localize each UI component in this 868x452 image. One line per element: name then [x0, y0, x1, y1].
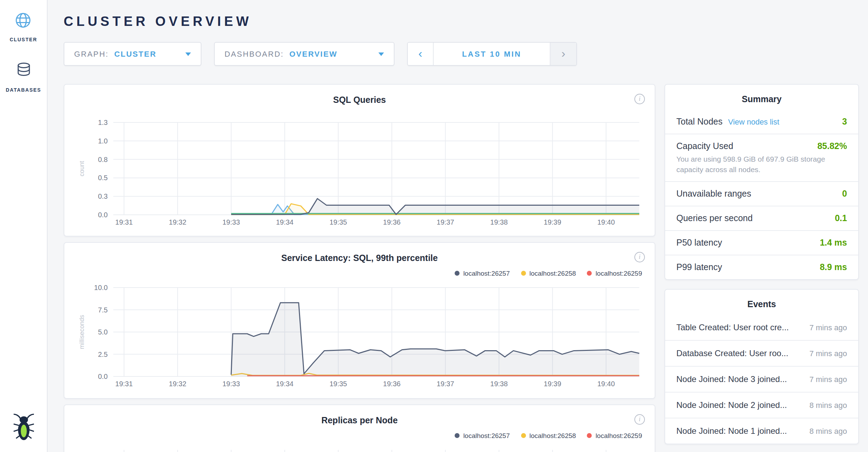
- svg-text:19:34: 19:34: [276, 380, 293, 388]
- svg-text:7.5: 7.5: [98, 306, 108, 314]
- svg-text:19:37: 19:37: [437, 218, 454, 226]
- events-title: Events: [665, 300, 858, 310]
- sidebar-item-cluster-label: CLUSTER: [10, 37, 37, 42]
- events-card: Events Table Created: User root cre... 7…: [664, 289, 859, 445]
- dashboard-dropdown[interactable]: DASHBOARD: OVERVIEW: [214, 42, 394, 66]
- sidebar: CLUSTER DATABASES: [0, 0, 48, 452]
- svg-text:19:32: 19:32: [169, 218, 186, 226]
- svg-text:milliseconds: milliseconds: [78, 315, 85, 349]
- sidebar-item-databases[interactable]: DATABASES: [6, 62, 41, 92]
- svg-text:19:36: 19:36: [383, 218, 400, 226]
- event-time: 7 mins ago: [809, 324, 847, 332]
- svg-text:19:31: 19:31: [115, 380, 133, 388]
- dashboard-dropdown-label: DASHBOARD:: [225, 50, 284, 58]
- time-prev-button[interactable]: ‹: [408, 43, 434, 65]
- svg-text:1.0: 1.0: [98, 137, 108, 145]
- sql-queries-chart-card: SQL Queries i 19:3119:3219:3319:3419:351…: [64, 84, 655, 236]
- svg-text:19:31: 19:31: [115, 218, 133, 226]
- summary-row-queries-per-second: Queries per second 0.1: [665, 206, 858, 231]
- svg-text:19:38: 19:38: [490, 218, 508, 226]
- event-row: Database Created: User roo... 7 mins ago: [665, 340, 858, 366]
- svg-text:1.3: 1.3: [98, 119, 108, 126]
- svg-text:19:35: 19:35: [329, 380, 347, 388]
- summary-value: 1.4 ms: [820, 238, 847, 248]
- chart-legend: localhost:26257localhost:26258localhost:…: [74, 430, 642, 440]
- svg-text:19:38: 19:38: [490, 380, 508, 388]
- svg-text:19:35: 19:35: [329, 218, 347, 226]
- legend-dot-icon: [587, 433, 592, 438]
- info-icon[interactable]: i: [634, 94, 645, 104]
- svg-text:0.0: 0.0: [98, 211, 108, 219]
- event-text: Database Created: User roo...: [676, 349, 788, 359]
- view-nodes-list-link[interactable]: View nodes list: [728, 118, 779, 126]
- summary-value: 85.82%: [817, 141, 847, 151]
- time-window-control: ‹ LAST 10 MIN ›: [407, 42, 577, 66]
- event-time: 8 mins ago: [809, 401, 847, 410]
- legend-item[interactable]: localhost:26258: [521, 268, 576, 278]
- event-row: Node Joined: Node 3 joined... 7 mins ago: [665, 366, 858, 392]
- capacity-subtext: You are using 598.9 GiB of 697.9 GiB sto…: [676, 154, 847, 175]
- main-content: CLUSTER OVERVIEW GRAPH: CLUSTER DASHBOAR…: [48, 0, 868, 452]
- right-column: Summary Total Nodes View nodes list 3 Ca…: [664, 84, 859, 445]
- svg-text:19:34: 19:34: [276, 218, 293, 226]
- summary-label: Total Nodes: [676, 117, 723, 127]
- sidebar-item-cluster[interactable]: CLUSTER: [10, 11, 37, 42]
- event-time: 8 mins ago: [809, 427, 847, 436]
- svg-text:19:32: 19:32: [169, 380, 186, 388]
- service-latency-chart-card: Service Latency: SQL, 99th percentile i …: [64, 242, 655, 399]
- summary-row-p99-latency: P99 latency 8.9 ms: [665, 255, 858, 280]
- time-next-button[interactable]: ›: [550, 43, 576, 65]
- replicas-per-node-chart-card: Replicas per Node i localhost:26257local…: [64, 404, 655, 452]
- info-icon[interactable]: i: [634, 252, 645, 262]
- sql-queries-chart[interactable]: 19:3119:3219:3319:3419:3519:3619:3719:38…: [74, 115, 646, 230]
- chart-title-service-latency: Service Latency: SQL, 99th percentile: [281, 253, 437, 263]
- svg-text:19:39: 19:39: [544, 380, 561, 388]
- legend-item[interactable]: localhost:26258: [521, 430, 576, 440]
- chevron-down-icon: [185, 52, 191, 56]
- svg-text:0.3: 0.3: [98, 192, 108, 200]
- summary-label: Capacity Used: [676, 141, 733, 151]
- time-range-button[interactable]: LAST 10 MIN: [434, 43, 550, 65]
- svg-text:19:40: 19:40: [597, 218, 615, 226]
- summary-value: 8.9 ms: [820, 263, 847, 273]
- dashboard-controls: GRAPH: CLUSTER DASHBOARD: OVERVIEW ‹ LAS…: [64, 42, 859, 66]
- graph-dropdown[interactable]: GRAPH: CLUSTER: [64, 42, 201, 66]
- content-columns: SQL Queries i 19:3119:3219:3319:3419:351…: [64, 84, 859, 452]
- legend-item[interactable]: localhost:26257: [455, 430, 510, 440]
- event-text: Node Joined: Node 3 joined...: [676, 375, 787, 384]
- svg-text:19:33: 19:33: [222, 218, 240, 226]
- summary-title: Summary: [665, 94, 858, 104]
- svg-text:19:36: 19:36: [383, 380, 400, 388]
- svg-text:count: count: [78, 161, 85, 176]
- summary-label: P99 latency: [676, 263, 722, 273]
- charts-column: SQL Queries i 19:3119:3219:3319:3419:351…: [64, 84, 655, 452]
- graph-dropdown-label: GRAPH:: [74, 50, 109, 58]
- event-time: 7 mins ago: [809, 349, 847, 358]
- svg-text:19:39: 19:39: [544, 218, 561, 226]
- svg-text:10.0: 10.0: [94, 284, 108, 291]
- summary-card: Summary Total Nodes View nodes list 3 Ca…: [664, 84, 859, 280]
- info-icon[interactable]: i: [634, 414, 645, 425]
- summary-row-p50-latency: P50 latency 1.4 ms: [665, 231, 858, 255]
- legend-dot-icon: [521, 433, 526, 438]
- event-text: Node Joined: Node 1 joined...: [676, 426, 787, 436]
- summary-value: 3: [842, 117, 847, 127]
- legend-item[interactable]: localhost:26257: [455, 268, 510, 278]
- svg-text:0.8: 0.8: [98, 156, 108, 163]
- svg-text:0.0: 0.0: [98, 373, 108, 380]
- legend-dot-icon: [587, 270, 592, 275]
- sidebar-item-databases-label: DATABASES: [6, 87, 41, 92]
- svg-text:0.5: 0.5: [98, 174, 108, 182]
- service-latency-chart[interactable]: 19:3119:3219:3319:3419:3519:3619:3719:38…: [74, 281, 646, 393]
- replicas-per-node-chart[interactable]: 19:3119:3219:3319:3419:3519:3619:3719:38…: [74, 443, 646, 452]
- chart-legend: localhost:26257localhost:26258localhost:…: [74, 268, 642, 278]
- legend-dot-icon: [455, 433, 460, 438]
- event-text: Table Created: User root cre...: [676, 323, 789, 333]
- summary-row-total-nodes: Total Nodes View nodes list 3: [665, 110, 858, 134]
- legend-item[interactable]: localhost:26259: [587, 430, 642, 440]
- legend-item[interactable]: localhost:26259: [587, 268, 642, 278]
- summary-value: 0.1: [835, 214, 847, 224]
- cockroachdb-logo: [12, 413, 35, 444]
- summary-value: 0: [842, 189, 847, 199]
- summary-label: P50 latency: [676, 238, 722, 248]
